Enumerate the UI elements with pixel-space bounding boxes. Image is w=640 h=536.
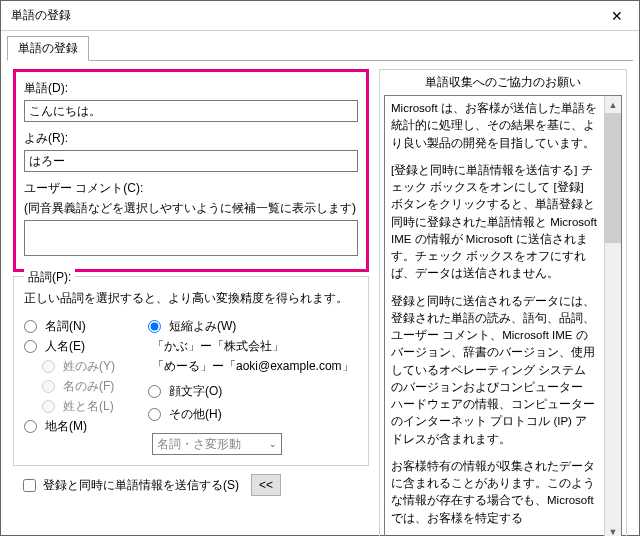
scroll-thumb[interactable] <box>605 113 621 243</box>
right-column: 単語収集へのご協力のお願い Microsoft は、お客様が送信した単語を統計的… <box>379 69 627 536</box>
yomi-label: よみ(R): <box>24 130 358 147</box>
part-of-speech-hint: 正しい品詞を選択すると、より高い変換精度を得られます。 <box>24 290 358 307</box>
collapse-icon: << <box>259 478 273 492</box>
send-info-label: 登録と同時に単語情報を送信する(S) <box>43 477 239 494</box>
radio-kaomoji-input[interactable] <box>148 385 161 398</box>
info-scrollbar[interactable]: ▲ ▼ <box>604 96 621 536</box>
radio-grid: 名詞(N) 人名(E) 姓のみ(Y) <box>24 315 358 455</box>
subtype-value: 名詞・さ変形動 <box>157 436 241 453</box>
send-info-checkbox[interactable] <box>23 479 36 492</box>
arrow-down-icon: ▼ <box>609 527 618 536</box>
part-of-speech-legend: 品詞(P): <box>24 269 75 286</box>
jinmei-sub-radios: 姓のみ(Y) 名のみ(F) 姓と名(L) <box>42 358 134 415</box>
radio-jinmei[interactable]: 人名(E) <box>24 338 134 355</box>
comment-label: ユーザー コメント(C): <box>24 180 358 197</box>
radio-sonota-label: その他(H) <box>169 406 222 423</box>
titlebar: 単語の登録 ✕ <box>1 1 639 31</box>
radio-kaomoji[interactable]: 顔文字(O) <box>148 383 358 400</box>
radio-meishi-label: 名詞(N) <box>45 318 86 335</box>
radio-sei-nomi: 姓のみ(Y) <box>42 358 134 375</box>
example-2: 「めーる」ー「aoki@example.com」 <box>152 358 358 375</box>
radio-tanshuku-input[interactable] <box>148 320 161 333</box>
part-of-speech-group: 品詞(P): 正しい品詞を選択すると、より高い変換精度を得られます。 名詞(N)… <box>13 276 369 466</box>
comment-input[interactable] <box>24 220 358 256</box>
comment-hint: (同音異義語などを選択しやすいように候補一覧に表示します) <box>24 200 358 217</box>
radio-meishi[interactable]: 名詞(N) <box>24 318 134 335</box>
radio-sei-nomi-input <box>42 360 55 373</box>
radio-kaomoji-label: 顔文字(O) <box>169 383 222 400</box>
collapse-button[interactable]: << <box>251 474 281 496</box>
radio-sei-nomi-label: 姓のみ(Y) <box>63 358 115 375</box>
arrow-up-icon: ▲ <box>609 100 618 110</box>
example-1: 「かぶ」ー「株式会社」 <box>152 338 358 355</box>
tab-label: 単語の登録 <box>18 41 78 55</box>
radio-sonota-input[interactable] <box>148 408 161 421</box>
highlighted-section: 単語(D): よみ(R): ユーザー コメント(C): (同音異義語などを選択し… <box>13 69 369 272</box>
window-title: 単語の登録 <box>11 7 594 24</box>
info-text: Microsoft は、お客様が送信した単語を統計的に処理し、その結果を基に、よ… <box>385 96 604 536</box>
radio-mei-nomi-input <box>42 380 55 393</box>
word-input[interactable] <box>24 100 358 122</box>
radio-mei-nomi-label: 名のみ(F) <box>63 378 114 395</box>
scroll-up-button[interactable]: ▲ <box>605 96 621 113</box>
radio-sei-mei-label: 姓と名(L) <box>63 398 114 415</box>
radio-chimei-label: 地名(M) <box>45 418 87 435</box>
chevron-down-icon: ⌄ <box>269 439 277 449</box>
info-p2: [登録と同時に単語情報を送信する] チェック ボックスをオンにして [登録] ボ… <box>391 162 598 283</box>
dialog-content: 単語(D): よみ(R): ユーザー コメント(C): (同音異義語などを選択し… <box>7 60 633 536</box>
radio-tanshuku-label: 短縮よみ(W) <box>169 318 236 335</box>
scroll-down-button[interactable]: ▼ <box>605 524 621 536</box>
scroll-track[interactable] <box>605 113 621 524</box>
info-scroll-area: Microsoft は、お客様が送信した単語を統計的に処理し、その結果を基に、よ… <box>384 95 622 536</box>
radio-sonota[interactable]: その他(H) <box>148 406 358 423</box>
info-p1: Microsoft は、お客様が送信した単語を統計的に処理し、その結果を基に、よ… <box>391 100 598 152</box>
radio-jinmei-label: 人名(E) <box>45 338 85 355</box>
radio-meishi-input[interactable] <box>24 320 37 333</box>
radio-jinmei-input[interactable] <box>24 340 37 353</box>
dialog-window: 単語の登録 ✕ 単語の登録 単語(D): よみ(R): ユーザー コメント(C)… <box>0 0 640 536</box>
window-close-button[interactable]: ✕ <box>594 1 639 30</box>
radio-chimei[interactable]: 地名(M) <box>24 418 134 435</box>
radio-tanshuku[interactable]: 短縮よみ(W) <box>148 318 358 335</box>
info-p3: 登録と同時に送信されるデータには、登録された単語の読み、語句、品詞、ユーザー コ… <box>391 293 598 448</box>
tab-word-register[interactable]: 単語の登録 <box>7 36 89 61</box>
yomi-input[interactable] <box>24 150 358 172</box>
send-checkbox-row: 登録と同時に単語情報を送信する(S) << <box>19 474 369 496</box>
info-p4: お客様特有の情報が収集されたデータに含まれることがあります。このような情報が存在… <box>391 458 598 527</box>
radio-mei-nomi: 名のみ(F) <box>42 378 134 395</box>
radio-sei-mei-input <box>42 400 55 413</box>
subtype-select: 名詞・さ変形動 ⌄ <box>152 433 282 455</box>
radio-sei-mei: 姓と名(L) <box>42 398 134 415</box>
tab-strip: 単語の登録 <box>1 31 639 60</box>
info-legend: 単語収集へのご協力のお願い <box>384 74 622 91</box>
close-icon: ✕ <box>611 8 623 24</box>
left-column: 単語(D): よみ(R): ユーザー コメント(C): (同音異義語などを選択し… <box>13 69 369 536</box>
info-group: 単語収集へのご協力のお願い Microsoft は、お客様が送信した単語を統計的… <box>379 69 627 536</box>
radio-chimei-input[interactable] <box>24 420 37 433</box>
word-label: 単語(D): <box>24 80 358 97</box>
